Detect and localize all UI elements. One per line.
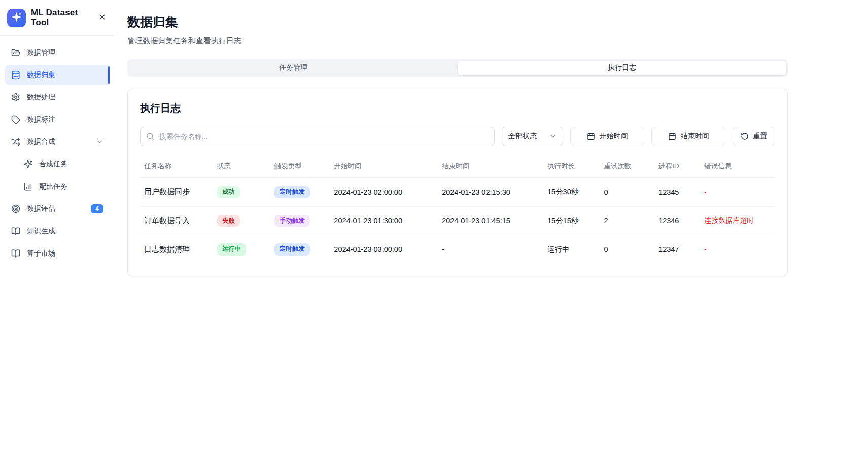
sidebar-item-label: 数据标注 xyxy=(27,115,55,124)
start-time-label: 开始时间 xyxy=(600,132,628,141)
page-subtitle: 管理数据归集任务和查看执行日志 xyxy=(127,36,788,46)
status-filter-value: 全部状态 xyxy=(508,132,537,141)
rotate-ccw-icon xyxy=(741,132,749,140)
duration: 运行中 xyxy=(543,235,600,264)
filter-bar: 全部状态 开始时间 结束时间 xyxy=(140,127,775,146)
duration: 15分30秒 xyxy=(543,178,600,207)
col-status: 状态 xyxy=(213,154,270,178)
sidebar-item-label: 数据归集 xyxy=(27,70,55,80)
close-sidebar-button[interactable] xyxy=(97,12,108,24)
sidebar-item-label: 数据管理 xyxy=(27,48,55,57)
process-id: 12345 xyxy=(654,178,700,207)
chevron-down-icon xyxy=(96,138,103,146)
sidebar-item-knowledge-generation[interactable]: 知识生成 xyxy=(5,221,110,241)
start-time: 2024-01-23 01:30:00 xyxy=(330,206,438,235)
error-message: - xyxy=(700,235,775,264)
col-task-name: 任务名称 xyxy=(140,154,213,178)
calendar-icon xyxy=(668,132,676,140)
tab-bar: 任务管理 执行日志 xyxy=(127,59,788,77)
status-filter-select[interactable]: 全部状态 xyxy=(502,127,563,146)
process-id: 12347 xyxy=(654,235,700,264)
sidebar-item-data-collection[interactable]: 数据归集 xyxy=(5,65,110,85)
evaluation-count-badge: 4 xyxy=(91,204,103,213)
task-name: 订单数据导入 xyxy=(140,206,213,235)
sidebar-item-synthesis-task[interactable]: 合成任务 xyxy=(5,154,110,174)
panel-title: 执行日志 xyxy=(140,101,775,115)
status-badge: 失败 xyxy=(217,215,240,227)
end-time-label: 结束时间 xyxy=(681,132,709,141)
tag-icon xyxy=(11,115,20,124)
sidebar-item-label: 配比任务 xyxy=(39,182,67,191)
gear-icon xyxy=(11,93,20,102)
sidebar-nav: 数据管理 数据归集 数据处理 数据标注 数据合成 xyxy=(0,36,115,270)
process-id: 12346 xyxy=(654,206,700,235)
col-end-time: 结束时间 xyxy=(438,154,543,178)
col-trigger-type: 触发类型 xyxy=(270,154,330,178)
col-start-time: 开始时间 xyxy=(330,154,438,178)
folder-open-icon xyxy=(11,48,20,57)
app-logo xyxy=(7,9,26,27)
sidebar-item-label: 数据评估 xyxy=(27,204,55,213)
app-title: ML Dataset Tool xyxy=(31,8,92,28)
reset-label: 重置 xyxy=(753,132,768,141)
end-time: - xyxy=(438,235,543,264)
sidebar-item-ratio-task[interactable]: 配比任务 xyxy=(5,176,110,197)
sidebar: ML Dataset Tool 数据管理 数据归集 数据处理 xyxy=(0,0,115,470)
tab-execution-logs[interactable]: 执行日志 xyxy=(458,61,786,75)
main-content: 数据归集 管理数据归集任务和查看执行日志 任务管理 执行日志 执行日志 全部状态 xyxy=(115,0,868,470)
sidebar-header: ML Dataset Tool xyxy=(0,0,115,36)
trigger-badge: 手动触发 xyxy=(274,215,310,227)
database-icon xyxy=(11,70,20,80)
start-time: 2024-01-23 02:00:00 xyxy=(330,178,438,207)
search-box xyxy=(140,127,495,146)
status-badge: 成功 xyxy=(217,186,240,198)
duration: 15分15秒 xyxy=(543,206,600,235)
search-input[interactable] xyxy=(140,127,495,146)
sidebar-item-label: 知识生成 xyxy=(27,227,55,236)
sparkles-icon xyxy=(11,12,22,24)
start-time: 2024-01-23 03:00:00 xyxy=(330,235,438,264)
table-row: 订单数据导入 失败 手动触发 2024-01-23 01:30:00 2024-… xyxy=(140,206,775,235)
end-time: 2024-01-23 01:45:15 xyxy=(438,206,543,235)
start-time-button[interactable]: 开始时间 xyxy=(570,127,644,146)
sidebar-item-data-evaluation[interactable]: 数据评估 4 xyxy=(5,199,110,219)
chevron-down-icon xyxy=(549,133,557,140)
end-time: 2024-01-23 02:15:30 xyxy=(438,178,543,207)
trigger-badge: 定时触发 xyxy=(274,186,310,198)
col-pid: 进程ID xyxy=(654,154,700,178)
reset-button[interactable]: 重置 xyxy=(733,127,775,146)
sidebar-item-data-annotation[interactable]: 数据标注 xyxy=(5,110,110,130)
execution-logs-table: 任务名称 状态 触发类型 开始时间 结束时间 执行时长 重试次数 进程ID 错误… xyxy=(140,154,775,264)
sidebar-item-data-synthesis[interactable]: 数据合成 xyxy=(5,132,110,152)
sidebar-item-label: 数据处理 xyxy=(27,93,55,102)
status-badge: 运行中 xyxy=(217,243,247,256)
retry-count: 0 xyxy=(600,178,654,207)
trigger-badge: 定时触发 xyxy=(274,243,310,256)
search-icon xyxy=(146,132,154,140)
table-row: 日志数据清理 运行中 定时触发 2024-01-23 03:00:00 - 运行… xyxy=(140,235,775,264)
sidebar-item-operator-market[interactable]: 算子市场 xyxy=(5,243,110,264)
col-error: 错误信息 xyxy=(700,154,775,178)
sidebar-item-label: 合成任务 xyxy=(39,160,67,169)
table-row: 用户数据同步 成功 定时触发 2024-01-23 02:00:00 2024-… xyxy=(140,178,775,207)
sidebar-item-label: 数据合成 xyxy=(27,137,55,147)
sidebar-item-data-processing[interactable]: 数据处理 xyxy=(5,87,110,107)
book-open-icon xyxy=(11,227,20,236)
sidebar-item-label: 算子市场 xyxy=(27,249,55,258)
col-retries: 重试次数 xyxy=(600,154,654,178)
table-header-row: 任务名称 状态 触发类型 开始时间 结束时间 执行时长 重试次数 进程ID 错误… xyxy=(140,154,775,178)
end-time-button[interactable]: 结束时间 xyxy=(651,127,725,146)
error-message: - xyxy=(700,178,775,207)
page-title: 数据归集 xyxy=(127,14,788,30)
bar-chart-icon xyxy=(23,182,32,191)
close-icon xyxy=(98,13,107,23)
sidebar-item-data-management[interactable]: 数据管理 xyxy=(5,43,110,63)
sparkle-icon xyxy=(23,160,32,169)
retry-count: 2 xyxy=(600,206,654,235)
shuffle-icon xyxy=(11,137,20,147)
error-message: 连接数据库超时 xyxy=(700,206,775,235)
task-name: 用户数据同步 xyxy=(140,178,213,207)
target-icon xyxy=(11,204,20,213)
tab-task-management[interactable]: 任务管理 xyxy=(129,61,458,75)
execution-logs-panel: 执行日志 全部状态 开始时间 xyxy=(127,89,788,276)
